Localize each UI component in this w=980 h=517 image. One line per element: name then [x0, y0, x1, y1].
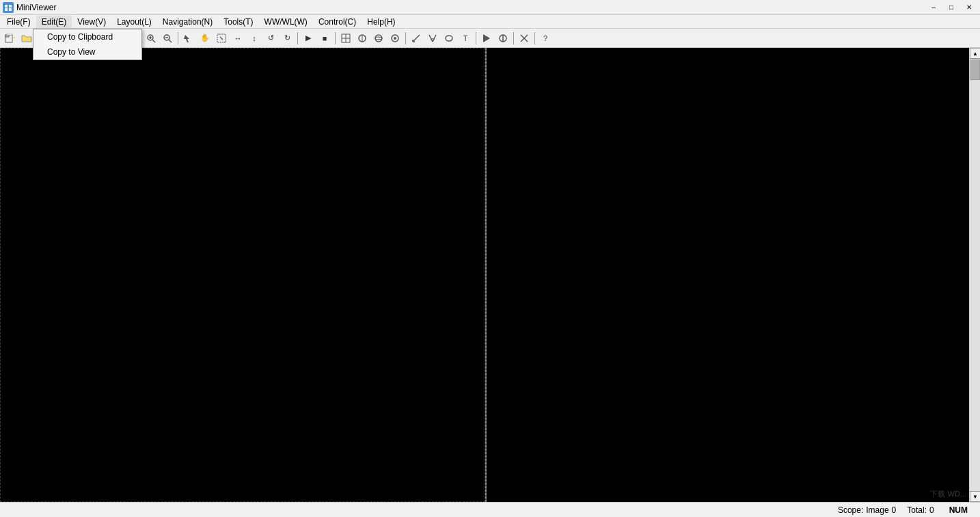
open-file-button[interactable]	[3, 31, 18, 46]
close-button[interactable]: ✕	[961, 2, 977, 13]
scope-item: Scope: Image 0	[838, 505, 896, 515]
svg-line-13	[152, 40, 155, 42]
open-folder-button[interactable]	[19, 31, 34, 46]
menu-tools[interactable]: Tools(T)	[218, 16, 258, 28]
menu-file[interactable]: File(F)	[1, 16, 36, 28]
toolbar: ◀◀ ◀ ▶ ▶▶ 1:1 ✋ ↔ ↕ ↺ ↻ ▶ ■ T	[0, 29, 980, 48]
svg-line-34	[433, 35, 436, 42]
copy-to-clipboard-item[interactable]: Copy to Clipboard	[33, 29, 141, 44]
total-label: Total:	[907, 505, 927, 515]
mip-button[interactable]	[355, 31, 370, 46]
svg-rect-6	[5, 35, 9, 37]
stop-button[interactable]: ■	[317, 31, 332, 46]
svg-rect-4	[9, 8, 12, 11]
menu-view[interactable]: View(V)	[72, 16, 111, 28]
zoom-rect-button[interactable]	[214, 31, 229, 46]
toolbar-separator-5	[335, 32, 336, 44]
window-controls: – □ ✕	[925, 2, 977, 13]
rotate-cw-button[interactable]: ↻	[280, 31, 295, 46]
cine-play-button[interactable]	[479, 31, 494, 46]
menu-help[interactable]: Help(H)	[362, 16, 400, 28]
pan-tool-button[interactable]: ✋	[198, 31, 213, 46]
watermark: 下载 WD...	[930, 489, 966, 499]
total-item: Total: 0	[907, 505, 934, 515]
measure-line-button[interactable]	[409, 31, 424, 46]
svg-line-30	[413, 35, 420, 42]
svg-line-33	[429, 35, 433, 42]
settings-button[interactable]	[517, 31, 532, 46]
app-icon	[3, 2, 14, 13]
menu-edit[interactable]: Edit(E)	[36, 16, 72, 28]
svg-point-35	[446, 36, 452, 41]
rotate-ccw-button[interactable]: ↺	[263, 31, 278, 46]
left-image-pane[interactable]	[0, 48, 485, 502]
svg-rect-2	[9, 5, 12, 8]
flip-h-button[interactable]: ↔	[230, 31, 245, 46]
measure-angle-button[interactable]	[425, 31, 440, 46]
toolbar-separator-9	[534, 32, 535, 44]
svg-line-17	[169, 40, 172, 42]
arrow-tool-button[interactable]	[181, 31, 196, 46]
scroll-down-arrow[interactable]: ▼	[970, 491, 980, 502]
svg-rect-7	[7, 34, 12, 35]
scope-num: 0	[892, 505, 897, 515]
scroll-thumb[interactable]	[970, 59, 980, 80]
mpr-button[interactable]	[338, 31, 353, 46]
toolbar-separator-3	[178, 32, 178, 44]
edit-dropdown: Copy to Clipboard Copy to View	[33, 29, 142, 60]
num-lock-indicator: NUM	[945, 505, 972, 516]
scope-value: Image	[866, 505, 888, 515]
menu-wwwl[interactable]: WW/WL(W)	[259, 16, 313, 28]
window-title: MiniViewer	[16, 3, 925, 12]
svg-point-29	[394, 37, 396, 40]
svg-rect-3	[5, 8, 8, 11]
cine-stop-button[interactable]	[495, 31, 511, 46]
help-button[interactable]: ?	[538, 31, 553, 46]
total-value: 0	[929, 505, 934, 515]
svg-rect-1	[5, 5, 8, 8]
menu-bar: File(F) Edit(E) View(V) Layout(L) Naviga…	[0, 15, 980, 29]
flip-v-button[interactable]: ↕	[247, 31, 262, 46]
menu-navigation[interactable]: Navigation(N)	[157, 16, 218, 28]
svg-point-26	[375, 35, 382, 42]
svg-marker-36	[483, 34, 490, 42]
svg-line-20	[220, 37, 223, 40]
vertical-scrollbar[interactable]: ▲ ▼	[969, 48, 980, 502]
toolbar-separator-8	[513, 32, 514, 44]
title-bar: MiniViewer – □ ✕	[0, 0, 980, 15]
main-area: ▲ ▼ 下载 WD...	[0, 48, 980, 502]
toolbar-separator-6	[405, 32, 406, 44]
scroll-up-arrow[interactable]: ▲	[970, 48, 980, 59]
zoom-out-button[interactable]	[160, 31, 175, 46]
minimize-button[interactable]: –	[925, 2, 942, 13]
zoom-in-button[interactable]	[144, 31, 159, 46]
right-image-pane[interactable]	[487, 48, 980, 502]
play-button[interactable]: ▶	[301, 31, 316, 46]
scope-label: Scope:	[838, 505, 863, 515]
maximize-button[interactable]: □	[943, 2, 959, 13]
endoscopy-button[interactable]	[387, 31, 403, 46]
toolbar-separator-7	[476, 32, 476, 44]
roi-button[interactable]	[441, 31, 457, 46]
menu-control[interactable]: Control(C)	[313, 16, 362, 28]
copy-to-view-item[interactable]: Copy to View	[33, 44, 141, 59]
status-bar: Scope: Image 0 Total: 0 NUM	[0, 502, 980, 517]
svg-point-27	[375, 37, 382, 40]
toolbar-separator-4	[297, 32, 298, 44]
scroll-track[interactable]	[970, 59, 980, 491]
menu-layout[interactable]: Layout(L)	[111, 16, 157, 28]
text-button[interactable]: T	[458, 31, 473, 46]
vr-button[interactable]	[371, 31, 386, 46]
